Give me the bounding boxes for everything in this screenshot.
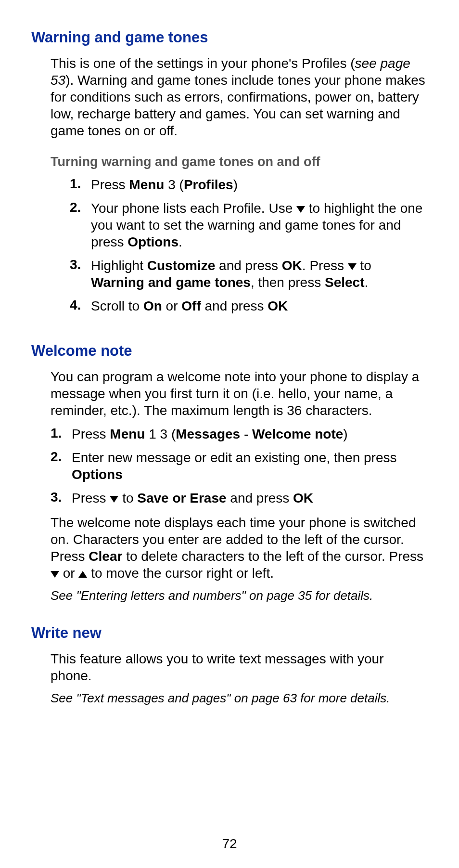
ui-label: Menu	[110, 427, 145, 441]
text: to	[357, 258, 371, 273]
arrow-down-icon	[110, 496, 118, 503]
ui-label: Save or Erase	[137, 491, 226, 505]
paragraph: You can program a welcome note into your…	[51, 368, 428, 419]
list-item: 3. Highlight Customize and press OK. Pre…	[70, 257, 428, 291]
text: to	[118, 491, 137, 505]
ui-label: Menu	[129, 177, 164, 192]
arrow-down-icon	[51, 571, 59, 578]
text: 3 (	[164, 177, 183, 192]
list-number: 1.	[70, 176, 91, 192]
list-number: 2.	[51, 449, 72, 465]
heading-welcome-note: Welcome note	[31, 342, 428, 360]
cross-reference-note: See "Text messages and pages" on page 63…	[51, 691, 428, 706]
ui-label: Messages	[176, 427, 240, 441]
list-item: 4. Scroll to On or Off and press OK	[70, 298, 428, 314]
text: )	[343, 427, 347, 441]
paragraph: The welcome note displays each time your…	[51, 514, 428, 582]
paragraph: This feature allows you to write text me…	[51, 650, 428, 684]
list-number: 4.	[70, 298, 91, 313]
text: Your phone lists each Profile. Use	[91, 201, 296, 216]
heading-write-new: Write new	[31, 624, 428, 642]
list-number: 2.	[70, 200, 91, 215]
ui-label: OK	[293, 491, 313, 505]
ui-label: OK	[268, 298, 288, 313]
text: Enter new message or edit an existing on…	[72, 450, 397, 465]
ui-label: Select	[325, 275, 365, 290]
text: Press	[72, 427, 110, 441]
text: .	[178, 234, 182, 249]
list-item: 1. Press Menu 1 3 (Messages - Welcome no…	[51, 426, 428, 442]
ui-label: Options	[128, 234, 178, 249]
page-number: 72	[0, 836, 459, 852]
text: . Press	[302, 258, 348, 273]
list-text: Press to Save or Erase and press OK	[72, 490, 428, 506]
text: to delete characters to the left of the …	[122, 549, 423, 564]
ui-label: On	[143, 298, 162, 313]
list-text: Your phone lists each Profile. Use to hi…	[91, 200, 428, 250]
ui-label: Off	[181, 298, 201, 313]
heading-warning-game-tones: Warning and game tones	[31, 29, 428, 46]
ordered-list: 1. Press Menu 3 (Profiles) 2. Your phone…	[70, 176, 428, 314]
list-item: 2. Your phone lists each Profile. Use to…	[70, 200, 428, 250]
list-text: Press Menu 1 3 (Messages - Welcome note)	[72, 426, 428, 442]
arrow-up-icon	[78, 571, 87, 578]
ui-label: Customize	[147, 258, 216, 273]
list-text: Scroll to On or Off and press OK	[91, 298, 428, 314]
manual-page: Warning and game tones This is one of th…	[0, 0, 459, 868]
text: to move the cursor right or left.	[87, 566, 274, 581]
ordered-list: 1. Press Menu 1 3 (Messages - Welcome no…	[51, 426, 428, 506]
list-text: Enter new message or edit an existing on…	[72, 449, 428, 483]
list-number: 1.	[51, 426, 72, 441]
text: )	[233, 177, 238, 192]
text: and press	[201, 298, 268, 313]
ui-label: Welcome note	[252, 427, 343, 441]
text: -	[240, 427, 252, 441]
text: or	[162, 298, 181, 313]
list-item: 3. Press to Save or Erase and press OK	[51, 490, 428, 506]
text: .	[364, 275, 368, 290]
list-item: 2. Enter new message or edit an existing…	[51, 449, 428, 483]
text: and press	[227, 491, 293, 505]
text: Press	[72, 491, 110, 505]
paragraph: This is one of the settings in your phon…	[51, 55, 428, 139]
text: and press	[215, 258, 282, 273]
list-item: 1. Press Menu 3 (Profiles)	[70, 176, 428, 193]
subheading-turning-tones: Turning warning and game tones on and of…	[51, 155, 428, 169]
text: This is one of the settings in your phon…	[51, 56, 355, 71]
arrow-down-icon	[348, 263, 357, 270]
list-number: 3.	[70, 257, 91, 272]
list-text: Press Menu 3 (Profiles)	[91, 176, 428, 193]
ui-label: Profiles	[184, 177, 233, 192]
list-text: Highlight Customize and press OK. Press …	[91, 257, 428, 291]
text: or	[59, 566, 78, 581]
text: Press	[91, 177, 129, 192]
ui-label: Clear	[89, 549, 122, 564]
arrow-down-icon	[296, 206, 305, 213]
ui-label: Warning and game tones	[91, 275, 251, 290]
ui-label: OK	[282, 258, 302, 273]
text: , then press	[251, 275, 325, 290]
ui-label: Options	[72, 467, 123, 482]
cross-reference-note: See "Entering letters and numbers" on pa…	[51, 588, 428, 603]
text: Scroll to	[91, 298, 143, 313]
text: ). Warning and game tones include tones …	[51, 73, 425, 138]
text: Highlight	[91, 258, 147, 273]
text: 1 3 (	[145, 427, 176, 441]
list-number: 3.	[51, 490, 72, 505]
